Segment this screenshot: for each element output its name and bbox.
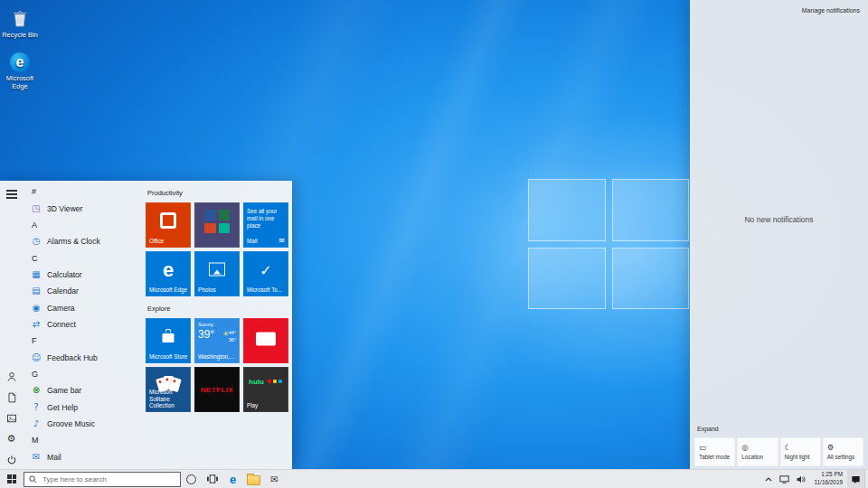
- edge-icon: e: [163, 258, 174, 282]
- app-section-header[interactable]: #: [23, 183, 144, 200]
- network-tray-button[interactable]: [776, 470, 793, 488]
- taskbar-edge-button[interactable]: e: [222, 470, 243, 488]
- app-list-item-groove-music[interactable]: ♪ Groove Music: [23, 416, 144, 432]
- tray-overflow-button[interactable]: [761, 470, 776, 488]
- taskbar-clock[interactable]: 1:25 PM 11/16/2019: [809, 471, 847, 487]
- tile-weather[interactable]: Sunny 39° ☀ 44° 36° Washington,...: [194, 318, 240, 363]
- app-label: Groove Music: [47, 419, 95, 428]
- tile-microsoft-solitaire-collection[interactable]: Microsoft Solitaire Collection: [146, 367, 191, 412]
- app-label: Calendar: [47, 286, 79, 296]
- tile-netflix[interactable]: NETFLIX: [194, 367, 240, 412]
- clock-date: 11/16/2019: [814, 479, 843, 487]
- tile-office[interactable]: Office: [146, 202, 191, 248]
- tile-microsoft-store[interactable]: Microsoft Store: [146, 318, 191, 363]
- tile-photos[interactable]: Photos: [194, 251, 240, 296]
- tile-group-label[interactable]: Productivity: [147, 189, 292, 198]
- account-icon[interactable]: [5, 371, 17, 382]
- quick-action-label: Night light: [785, 454, 821, 460]
- weather-temperature: 39°: [198, 328, 214, 341]
- tile-play[interactable]: hulu Play: [243, 367, 288, 412]
- settings-icon[interactable]: ⚙: [5, 433, 17, 445]
- get-help-icon: ?: [30, 403, 42, 412]
- search-input[interactable]: [41, 474, 175, 484]
- app-list-item-camera[interactable]: ◉ Camera: [23, 299, 144, 315]
- quick-action-tablet-mode[interactable]: ▭ Tablet mode: [694, 437, 735, 466]
- section-letter: C: [32, 254, 38, 263]
- tile-label: Microsoft Edge: [149, 286, 189, 294]
- task-view-button[interactable]: [202, 470, 222, 488]
- taskbar: e ✉: [0, 469, 868, 488]
- app-list-item-3d-viewer[interactable]: ◳ 3D Viewer: [23, 200, 144, 216]
- app-label: 3D Viewer: [47, 204, 83, 213]
- menu-icon[interactable]: [0, 185, 23, 203]
- cortana-icon: [186, 474, 196, 484]
- tile-microsoft-to-do[interactable]: ✓ Microsoft To...: [243, 251, 288, 296]
- tile-microsoft-edge[interactable]: e Microsoft Edge: [146, 251, 191, 296]
- taskbar-mail-button[interactable]: ✉: [264, 470, 285, 488]
- quick-action-location[interactable]: ◎ Location: [737, 437, 778, 466]
- app-list-item-alarms-clock[interactable]: ◷ Alarms & Clock: [23, 233, 144, 249]
- volume-icon: [797, 475, 806, 483]
- hulu-logo: hulu: [249, 378, 264, 386]
- desktop-icon-microsoft-edge[interactable]: e Microsoft Edge: [0, 52, 40, 90]
- quick-action-all-settings[interactable]: ⚙ All settings: [823, 437, 863, 466]
- quick-action-label: All settings: [827, 454, 863, 460]
- pictures-icon[interactable]: [5, 412, 17, 424]
- desktop: Recycle Bin e Microsoft Edge ⚙: [0, 0, 868, 488]
- tile-label: Photos: [198, 286, 238, 294]
- app-section-header[interactable]: F: [23, 333, 144, 349]
- app-list-item-connect[interactable]: ⇄ Connect: [23, 316, 144, 333]
- volume-tray-button[interactable]: [793, 470, 809, 488]
- action-center-button[interactable]: [847, 470, 864, 488]
- cortana-button[interactable]: [181, 470, 202, 488]
- documents-icon[interactable]: [5, 391, 17, 403]
- start-menu: ⚙ # ◳ 3D Viewer A ◷ Alarms & Clock C ▦ C…: [0, 181, 292, 469]
- search-icon: [29, 475, 37, 483]
- section-letter: F: [32, 336, 37, 345]
- edge-icon: e: [10, 52, 30, 72]
- streaming-logos: [268, 380, 282, 383]
- weather-high-low: 44° 36°: [229, 329, 236, 344]
- tile-promoted-app[interactable]: [243, 318, 288, 363]
- desktop-icon-label: Recycle Bin: [2, 31, 38, 39]
- app-list-item-game-bar[interactable]: ⊗ Game bar: [23, 382, 144, 399]
- quick-action-night-light[interactable]: ☾ Night light: [780, 437, 821, 466]
- office-apps-icons: [204, 210, 230, 233]
- show-desktop-button[interactable]: [864, 470, 868, 488]
- app-list-item-calculator[interactable]: ▦ Calculator: [23, 267, 144, 283]
- app-section-header[interactable]: G: [23, 366, 144, 382]
- taskbar-file-explorer-button[interactable]: [243, 470, 264, 488]
- app-list-item-calendar[interactable]: ▤ Calendar: [23, 283, 144, 299]
- app-section-header[interactable]: C: [23, 249, 144, 266]
- start-button[interactable]: [0, 470, 24, 488]
- quick-actions: ▭ Tablet mode ◎ Location ☾ Night light ⚙…: [694, 437, 863, 466]
- tile-office-apps[interactable]: [194, 202, 240, 248]
- app-list-item-mail[interactable]: ✉ Mail: [23, 449, 144, 465]
- weather-condition: Sunny: [198, 322, 213, 327]
- tile-label: Office: [149, 238, 189, 245]
- expand-link[interactable]: Expand: [697, 426, 719, 432]
- manage-notifications-link[interactable]: Manage notifications: [802, 7, 860, 14]
- power-icon[interactable]: [5, 454, 17, 465]
- app-list-item-get-help[interactable]: ? Get Help: [23, 399, 144, 415]
- tile-label: Microsoft To...: [247, 286, 287, 294]
- action-center: Manage notifications No new notification…: [690, 0, 868, 469]
- tile-label: Microsoft Solitaire Collection: [149, 389, 189, 409]
- app-section-header[interactable]: A: [23, 217, 144, 233]
- connect-icon: ⇄: [30, 320, 42, 329]
- app-label: Camera: [47, 304, 75, 313]
- tile-mail[interactable]: See all your mail in one place ✉ Mail: [243, 202, 288, 248]
- settings-gear-icon: ⚙: [827, 444, 863, 452]
- task-view-icon: [207, 474, 218, 483]
- folder-icon: [247, 475, 260, 485]
- app-list-item-feedback-hub[interactable]: ☺ Feedback Hub: [23, 349, 144, 365]
- office-icon: [160, 212, 176, 229]
- app-section-header[interactable]: M: [23, 432, 144, 448]
- tile-group-label[interactable]: Explore: [147, 305, 292, 314]
- taskbar-search[interactable]: [24, 472, 181, 487]
- chevron-up-icon: [765, 477, 772, 482]
- tile-label: Microsoft Store: [149, 353, 189, 361]
- desktop-icon-recycle-bin[interactable]: Recycle Bin: [0, 7, 40, 39]
- app-label: Get Help: [47, 403, 78, 412]
- alarms-clock-icon: ◷: [30, 237, 42, 246]
